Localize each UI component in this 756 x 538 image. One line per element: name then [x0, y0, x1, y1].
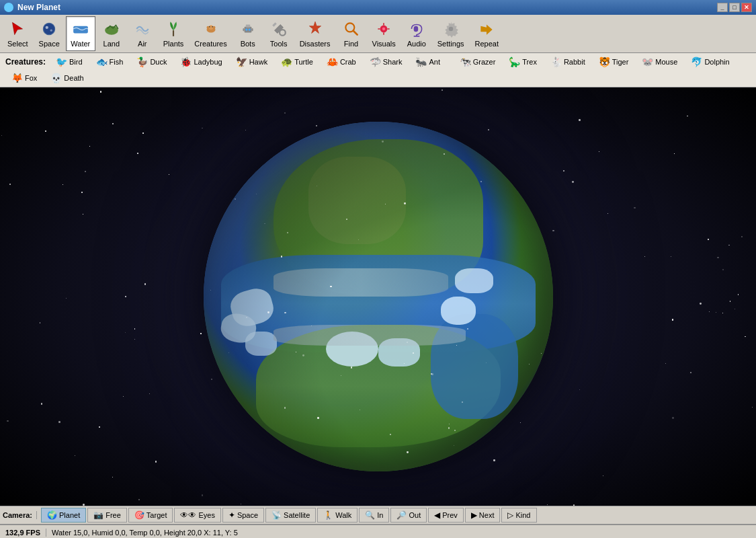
visuals-icon	[374, 20, 393, 38]
creature-fish[interactable]: 🐟 Fish	[90, 54, 130, 69]
water-label: Water	[71, 40, 90, 48]
ant-label: Ant	[429, 58, 440, 66]
walk-cam-icon: 🚶	[323, 510, 333, 520]
mouse-label: Mouse	[655, 58, 677, 66]
planet-viewport[interactable]	[0, 87, 756, 506]
cam-kind-label: Kind	[515, 511, 530, 519]
visuals-label: Visuals	[372, 40, 396, 48]
disasters-button[interactable]: Disasters	[295, 16, 335, 51]
visuals-button[interactable]: Visuals	[368, 16, 401, 51]
creature-turtle[interactable]: 🐢 Turtle	[275, 54, 319, 69]
bird-icon: 🐦	[56, 56, 67, 67]
creature-crab[interactable]: 🦀 Crab	[321, 54, 362, 69]
creature-shark[interactable]: 🦈 Shark	[364, 54, 409, 69]
fps-display: 132,9 FPS	[5, 529, 46, 537]
titlebar-left: New Planet	[4, 3, 60, 12]
creature-mouse[interactable]: 🐭 Mouse	[636, 54, 683, 69]
svg-point-9	[208, 26, 213, 30]
repeat-button[interactable]: Repeat	[470, 16, 503, 51]
cam-target-button[interactable]: 🎯 Target	[128, 508, 173, 523]
shark-label: Shark	[383, 58, 403, 66]
ant-icon: 🐜	[415, 56, 427, 67]
settings-label: Settings	[437, 40, 464, 48]
minimize-button[interactable]: _	[717, 3, 728, 12]
repeat-icon	[477, 20, 496, 38]
water-button[interactable]: Water	[66, 16, 95, 51]
disasters-icon	[306, 20, 325, 38]
cam-out-button[interactable]: 🔎 Out	[390, 508, 427, 523]
hawk-icon: 🦅	[236, 56, 247, 67]
tools-icon	[269, 20, 288, 38]
app-title: New Planet	[17, 3, 60, 12]
camera-label: Camera:	[3, 511, 37, 519]
creature-hawk[interactable]: 🦅 Hawk	[230, 54, 274, 69]
svg-point-14	[245, 28, 247, 30]
svg-rect-23	[413, 26, 418, 32]
land-button[interactable]: Land	[97, 16, 126, 51]
creatures-bar: Creatures: 🐦 Bird 🐟 Fish 🦆 Duck 🐞 Ladybu…	[0, 53, 756, 87]
bots-button[interactable]: Bots	[233, 16, 263, 51]
air-button[interactable]: Air	[128, 16, 157, 51]
hawk-label: Hawk	[249, 58, 268, 66]
creature-grazer[interactable]: 🐄 Grazer	[454, 54, 502, 69]
creatures-button[interactable]: Creatures	[190, 16, 231, 51]
shark-icon: 🦈	[370, 56, 381, 67]
svg-point-10	[208, 26, 210, 28]
find-button[interactable]: Find	[337, 16, 366, 51]
plants-icon	[164, 20, 183, 38]
cam-free-button[interactable]: 📷 Free	[87, 508, 127, 523]
find-label: Find	[344, 40, 358, 48]
select-button[interactable]: Select	[3, 16, 33, 51]
svg-point-1	[46, 26, 48, 29]
creatures-bar-label: Creatures:	[5, 57, 46, 67]
cam-target-label: Target	[146, 511, 167, 519]
death-label: Death	[64, 74, 83, 82]
cam-kind-button[interactable]: ▷ Kind	[501, 508, 536, 523]
creature-ant[interactable]: 🐜 Ant	[409, 54, 446, 69]
creature-ladybug[interactable]: 🐞 Ladybug	[174, 54, 228, 69]
cam-prev-label: Prev	[442, 511, 458, 519]
fox-icon: 🦊	[11, 73, 23, 83]
creature-dolphin[interactable]: 🐬 Dolphin	[685, 54, 735, 69]
cam-in-button[interactable]: 🔍 In	[359, 508, 389, 523]
cam-prev-button[interactable]: ◀ Prev	[428, 508, 464, 523]
satellite-cam-icon: 📡	[271, 510, 282, 520]
settings-icon	[442, 20, 460, 38]
camera-bar: Camera: 🌍 Planet 📷 Free 🎯 Target 👁👁 Eyes…	[0, 506, 756, 525]
audio-button[interactable]: Audio	[402, 16, 431, 51]
status-info: Water 15,0, Humid 0,0, Temp 0,0, Height …	[52, 529, 238, 537]
cam-eyes-button[interactable]: 👁👁 Eyes	[174, 508, 220, 523]
disasters-label: Disasters	[300, 40, 331, 48]
creature-bird[interactable]: 🐦 Bird	[50, 54, 89, 69]
eyes-cam-icon: 👁👁	[180, 510, 196, 520]
grazer-label: Grazer	[473, 58, 496, 66]
maximize-button[interactable]: □	[729, 3, 740, 12]
svg-rect-16	[243, 28, 244, 31]
cam-walk-button[interactable]: 🚶 Walk	[317, 508, 358, 523]
close-button[interactable]: ✕	[741, 3, 752, 12]
titlebar-controls[interactable]: _ □ ✕	[717, 3, 752, 12]
cam-satellite-button[interactable]: 📡 Satellite	[265, 508, 316, 523]
fish-icon: 🐟	[96, 56, 108, 67]
creature-rabbit[interactable]: 🐇 Rabbit	[544, 54, 591, 69]
settings-button[interactable]: Settings	[433, 16, 469, 51]
cam-space-button[interactable]: ✦ Space	[222, 508, 264, 523]
tools-button[interactable]: Tools	[264, 16, 294, 51]
plants-button[interactable]: Plants	[159, 16, 189, 51]
cam-next-button[interactable]: ▶ Next	[465, 508, 501, 523]
creature-duck[interactable]: 🦆 Duck	[130, 54, 173, 69]
creature-fox[interactable]: 🦊 Fox	[5, 71, 43, 85]
creature-death[interactable]: 💀 Death	[44, 71, 89, 85]
creature-tiger[interactable]: 🐯 Tiger	[593, 54, 635, 69]
creature-trex[interactable]: 🦕 Trex	[503, 54, 543, 69]
rabbit-label: Rabbit	[564, 58, 585, 66]
find-icon	[342, 20, 361, 38]
free-cam-icon: 📷	[93, 510, 103, 520]
cam-planet-button[interactable]: 🌍 Planet	[41, 508, 86, 523]
bots-icon	[239, 20, 257, 38]
space-button[interactable]: Space	[34, 16, 65, 51]
title-bar: New Planet _ □ ✕	[0, 0, 756, 15]
crab-icon: 🦀	[327, 56, 338, 67]
svg-rect-5	[173, 30, 174, 36]
cam-planet-label: Planet	[59, 511, 80, 519]
